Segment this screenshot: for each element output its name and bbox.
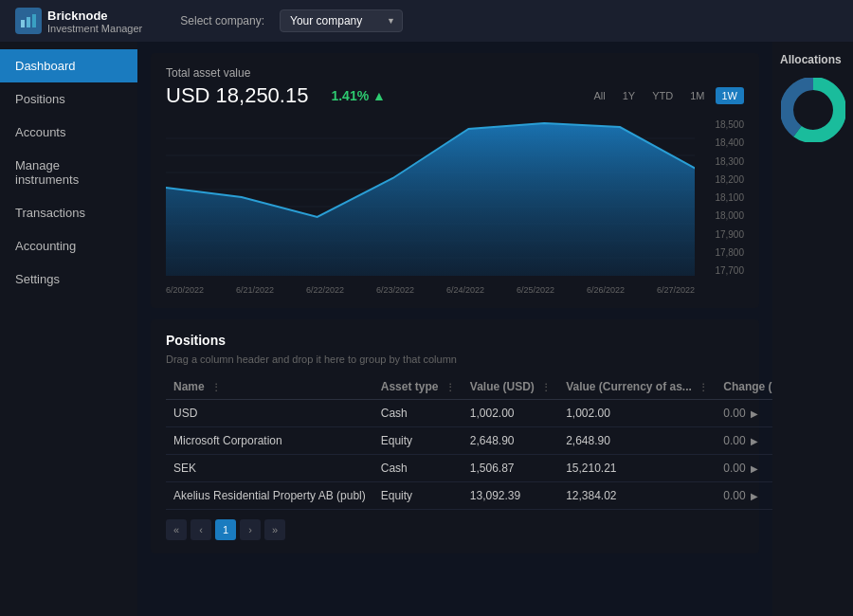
cell-value-currency: 12,384.02 (558, 482, 716, 510)
pagination-next[interactable]: › (240, 519, 261, 540)
pagination-page-1[interactable]: 1 (215, 519, 236, 540)
positions-table: Name ⋮ Asset type ⋮ Value (USD) ⋮ Value … (166, 374, 772, 510)
cell-change-usd: 0.00 ▶ (716, 427, 772, 455)
svg-marker-11 (166, 123, 695, 276)
cell-name: SEK (166, 455, 373, 482)
select-company-label: Select company: (180, 14, 264, 27)
chart-header: USD 18,250.15 1.41% ▲ All 1Y YTD 1M 1W (166, 83, 744, 108)
col-menu-icon-valcur[interactable]: ⋮ (699, 382, 708, 392)
cell-value-usd: 1,002.00 (463, 400, 558, 427)
brand-icon (15, 8, 42, 34)
cell-change-usd: 0.00 ▶ (716, 400, 772, 427)
chart-section: Total asset value USD 18,250.15 1.41% ▲ … (151, 53, 759, 308)
col-menu-icon-asset[interactable]: ⋮ (445, 382, 455, 392)
chart-x-axis: 6/20/2022 6/21/2022 6/22/2022 6/23/2022 … (166, 285, 695, 295)
svg-rect-1 (27, 17, 30, 27)
col-header-value-currency[interactable]: Value (Currency of as... ⋮ (558, 374, 716, 400)
col-menu-icon-value[interactable]: ⋮ (541, 382, 551, 392)
main-content: Total asset value USD 18,250.15 1.41% ▲ … (137, 42, 772, 616)
cell-value-currency: 2,648.90 (558, 427, 716, 455)
right-panel: Allocations (772, 42, 853, 616)
allocations-chart (780, 78, 845, 142)
time-filter-1y[interactable]: 1Y (616, 87, 642, 104)
cell-change-usd: 0.00 ▶ (716, 455, 772, 482)
main-layout: Dashboard Positions Accounts Manage inst… (0, 42, 853, 616)
svg-rect-0 (21, 20, 25, 27)
cell-name: Akelius Residential Property AB (publ) (166, 482, 373, 510)
chart-y-axis: 18,500 18,400 18,300 18,200 18,100 18,00… (699, 119, 744, 276)
time-filters: All 1Y YTD 1M 1W (588, 87, 744, 104)
sidebar-item-accounting[interactable]: Accounting (0, 229, 137, 263)
cell-value-currency: 1,002.00 (558, 400, 716, 427)
company-select-wrapper[interactable]: Your company (280, 9, 403, 32)
sidebar: Dashboard Positions Accounts Manage inst… (0, 42, 137, 616)
time-filter-1m[interactable]: 1M (683, 87, 711, 104)
table-row: Microsoft Corporation Equity 2,648.90 2,… (166, 427, 772, 455)
sidebar-item-manage-instruments[interactable]: Manage instruments (0, 149, 137, 196)
topbar: Bricknode Investment Manager Select comp… (0, 0, 853, 42)
cell-asset-type: Cash (373, 455, 463, 482)
sidebar-item-transactions[interactable]: Transactions (0, 196, 137, 229)
brand: Bricknode Investment Manager (15, 8, 142, 34)
pagination-last[interactable]: » (264, 519, 285, 540)
col-header-name[interactable]: Name ⋮ (166, 374, 373, 400)
pagination: « ‹ 1 › » (166, 519, 744, 540)
col-header-asset-type[interactable]: Asset type ⋮ (373, 374, 463, 400)
cell-value-usd: 1,506.87 (463, 455, 558, 482)
positions-title: Positions (166, 333, 744, 348)
asset-value: USD 18,250.15 (166, 83, 308, 108)
pagination-prev[interactable]: ‹ (191, 519, 211, 540)
chart-svg (166, 119, 695, 276)
brand-name: Bricknode (47, 9, 142, 23)
time-filter-ytd[interactable]: YTD (645, 87, 680, 104)
table-row: SEK Cash 1,506.87 15,210.21 0.00 ▶ 0.00%… (166, 455, 772, 482)
table-row: Akelius Residential Property AB (publ) E… (166, 482, 772, 510)
cell-asset-type: Equity (373, 482, 463, 510)
cell-value-currency: 15,210.21 (558, 455, 716, 482)
time-filter-all[interactable]: All (588, 87, 612, 104)
cell-change-usd: 0.00 ▶ (716, 482, 772, 510)
cell-asset-type: Cash (373, 400, 463, 427)
col-header-value-usd[interactable]: Value (USD) ⋮ (463, 374, 558, 400)
pagination-first[interactable]: « (166, 519, 187, 540)
chart-title: Total asset value (166, 66, 744, 80)
col-header-change-usd[interactable]: Change (USD) ⋮ (716, 374, 772, 400)
allocations-title: Allocations (780, 53, 845, 66)
dashboard-content: Total asset value USD 18,250.15 1.41% ▲ … (137, 42, 772, 565)
time-filter-1w[interactable]: 1W (716, 87, 745, 104)
positions-section: Positions Drag a column header and drop … (151, 319, 759, 553)
drag-hint: Drag a column header and drop it here to… (166, 353, 744, 365)
cell-value-usd: 13,092.39 (463, 482, 558, 510)
change-indicator: 1.41% ▲ (331, 88, 385, 103)
cell-name: Microsoft Corporation (166, 427, 373, 455)
sidebar-item-settings[interactable]: Settings (0, 263, 137, 296)
chart-container: 18,500 18,400 18,300 18,200 18,100 18,00… (166, 119, 744, 295)
sidebar-item-positions[interactable]: Positions (0, 82, 137, 116)
col-menu-icon-name[interactable]: ⋮ (211, 382, 221, 392)
table-row: USD Cash 1,002.00 1,002.00 0.00 ▶ 0.00% … (166, 400, 772, 427)
sidebar-item-dashboard[interactable]: Dashboard (0, 49, 137, 82)
svg-rect-2 (32, 14, 36, 27)
sidebar-item-accounts[interactable]: Accounts (0, 116, 137, 149)
cell-asset-type: Equity (373, 427, 463, 455)
company-select[interactable]: Your company (280, 9, 403, 32)
cell-name: USD (166, 400, 373, 427)
cell-value-usd: 2,648.90 (463, 427, 558, 455)
table-header-row: Name ⋮ Asset type ⋮ Value (USD) ⋮ Value … (166, 374, 772, 400)
brand-subtitle: Investment Manager (47, 23, 142, 34)
